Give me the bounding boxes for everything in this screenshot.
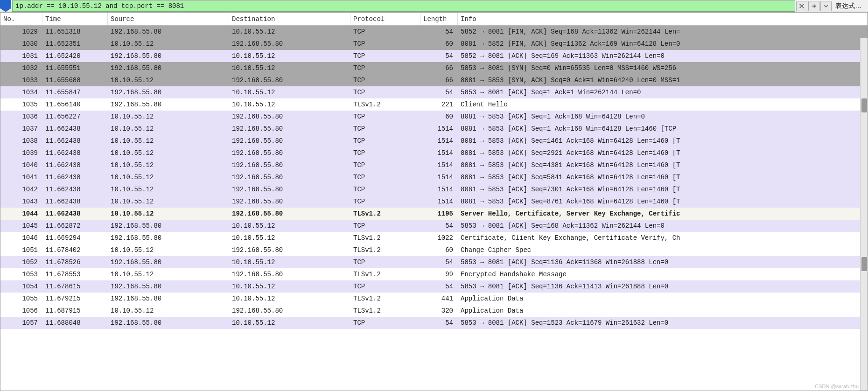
- cell-no: 1046: [0, 234, 42, 242]
- cell-no: 1039: [0, 149, 42, 157]
- packet-row[interactable]: 103311.65568810.10.55.12192.168.55.80TCP…: [0, 74, 868, 86]
- column-header-time[interactable]: Time: [42, 13, 108, 25]
- packet-row[interactable]: 104111.66243810.10.55.12192.168.55.80TCP…: [0, 171, 868, 183]
- packet-row[interactable]: 103111.652420192.168.55.8010.10.55.12TCP…: [0, 50, 868, 62]
- packet-row[interactable]: 105311.67855310.10.55.12192.168.55.80TLS…: [0, 268, 868, 280]
- cell-src: 192.168.55.80: [108, 28, 229, 35]
- column-header-no[interactable]: No.: [0, 13, 42, 25]
- cell-no: 1041: [0, 174, 42, 181]
- cell-time: 11.662872: [42, 222, 108, 230]
- cell-time: 11.678526: [42, 258, 108, 266]
- cell-dst: 10.10.55.12: [229, 101, 350, 108]
- cell-len: 99: [420, 271, 458, 278]
- cell-proto: TCP: [350, 125, 420, 133]
- cell-dst: 192.168.55.80: [229, 210, 350, 217]
- cell-proto: TLSv1.2: [350, 295, 420, 302]
- column-header-protocol[interactable]: Protocol: [350, 13, 420, 25]
- cell-info: 5853 → 8081 [ACK] Seq=1136 Ack=11368 Win…: [458, 258, 868, 266]
- column-header-source[interactable]: Source: [108, 13, 229, 25]
- cell-no: 1031: [0, 52, 42, 60]
- packet-row[interactable]: 103711.66243810.10.55.12192.168.55.80TCP…: [0, 123, 868, 135]
- cell-dst: 10.10.55.12: [229, 28, 350, 35]
- cell-len: 1514: [420, 161, 458, 169]
- cell-src: 10.10.55.12: [108, 271, 229, 278]
- column-header-destination[interactable]: Destination: [229, 13, 350, 25]
- cell-proto: TCP: [350, 77, 420, 84]
- cell-src: 10.10.55.12: [108, 137, 229, 145]
- packet-row[interactable]: 104211.66243810.10.55.12192.168.55.80TCP…: [0, 183, 868, 196]
- packet-row[interactable]: 105511.679215192.168.55.8010.10.55.12TLS…: [0, 293, 868, 305]
- cell-src: 192.168.55.80: [108, 283, 229, 290]
- packet-row[interactable]: 105111.67840210.10.55.12192.168.55.80TLS…: [0, 244, 868, 256]
- cell-dst: 10.10.55.12: [229, 283, 350, 290]
- cell-time: 11.662438: [42, 161, 108, 169]
- packet-row[interactable]: 105611.68791510.10.55.12192.168.55.80TLS…: [0, 305, 868, 317]
- cell-time: 11.662438: [42, 210, 108, 217]
- cell-no: 1037: [0, 125, 42, 133]
- clear-filter-button[interactable]: [796, 1, 807, 11]
- cell-no: 1051: [0, 246, 42, 254]
- expression-button[interactable]: 表达式…: [833, 2, 866, 10]
- packet-row[interactable]: 103611.65622710.10.55.12192.168.55.80TCP…: [0, 111, 868, 123]
- packet-row[interactable]: 103411.655847192.168.55.8010.10.55.12TCP…: [0, 86, 868, 98]
- filter-bookmark-icon[interactable]: [0, 0, 11, 12]
- packet-row[interactable]: 105411.678615192.168.55.8010.10.55.12TCP…: [0, 280, 868, 293]
- cell-info: 5853 → 8081 [ACK] Seq=1 Ack=1 Win=262144…: [458, 89, 868, 96]
- vertical-scrollbar[interactable]: [860, 38, 868, 391]
- cell-time: 11.655688: [42, 77, 108, 84]
- cell-dst: 10.10.55.12: [229, 234, 350, 242]
- cell-src: 10.10.55.12: [108, 210, 229, 217]
- cell-len: 54: [420, 222, 458, 230]
- cell-no: 1056: [0, 307, 42, 314]
- packet-row[interactable]: 104311.66243810.10.55.12192.168.55.80TCP…: [0, 196, 868, 208]
- close-icon: [798, 3, 805, 9]
- packet-row[interactable]: 102911.651318192.168.55.8010.10.55.12TCP…: [0, 26, 868, 38]
- cell-info: 8081 → 5853 [ACK] Seq=2921 Ack=168 Win=6…: [458, 149, 868, 157]
- packet-list-header[interactable]: No. Time Source Destination Protocol Len…: [0, 13, 868, 26]
- cell-proto: TCP: [350, 186, 420, 193]
- display-filter-input[interactable]: [12, 0, 795, 12]
- cell-dst: 192.168.55.80: [229, 40, 350, 48]
- packet-row[interactable]: 104011.66243810.10.55.12192.168.55.80TCP…: [0, 159, 868, 171]
- column-header-info[interactable]: Info: [458, 13, 868, 25]
- packet-row[interactable]: 103811.66243810.10.55.12192.168.55.80TCP…: [0, 135, 868, 147]
- cell-len: 60: [420, 40, 458, 48]
- cell-dst: 192.168.55.80: [229, 174, 350, 181]
- cell-time: 11.662438: [42, 186, 108, 193]
- cell-src: 192.168.55.80: [108, 319, 229, 327]
- packet-row[interactable]: 103911.66243810.10.55.12192.168.55.80TCP…: [0, 147, 868, 159]
- cell-len: 54: [420, 283, 458, 290]
- cell-proto: TCP: [350, 258, 420, 266]
- cell-info: 8081 → 5853 [ACK] Seq=5841 Ack=168 Win=6…: [458, 174, 868, 181]
- cell-src: 192.168.55.80: [108, 89, 229, 96]
- cell-no: 1036: [0, 113, 42, 120]
- packet-row[interactable]: 104411.66243810.10.55.12192.168.55.80TLS…: [0, 208, 868, 220]
- cell-proto: TCP: [350, 198, 420, 205]
- packet-row[interactable]: 103011.65235110.10.55.12192.168.55.80TCP…: [0, 38, 868, 50]
- cell-info: 8081 → 5853 [ACK] Seq=4381 Ack=168 Win=6…: [458, 161, 868, 169]
- cell-src: 192.168.55.80: [108, 295, 229, 302]
- chevron-down-icon: [823, 3, 829, 9]
- cell-proto: TLSv1.2: [350, 234, 420, 242]
- cell-info: 8081 → 5853 [ACK] Seq=1461 Ack=168 Win=6…: [458, 137, 868, 145]
- filter-history-dropdown[interactable]: [820, 1, 832, 11]
- scrollbar-thumb[interactable]: [861, 257, 867, 271]
- cell-no: 1040: [0, 161, 42, 169]
- cell-dst: 192.168.55.80: [229, 125, 350, 133]
- cell-info: 8081 → 5853 [ACK] Seq=7301 Ack=168 Win=6…: [458, 186, 868, 193]
- packet-row[interactable]: 103511.656140192.168.55.8010.10.55.12TLS…: [0, 98, 868, 111]
- cell-time: 11.652420: [42, 52, 108, 60]
- apply-filter-button[interactable]: [808, 1, 819, 11]
- packet-row[interactable]: 104511.662872192.168.55.8010.10.55.12TCP…: [0, 220, 868, 232]
- packet-row[interactable]: 103211.655551192.168.55.8010.10.55.12TCP…: [0, 62, 868, 74]
- cell-time: 11.662438: [42, 149, 108, 157]
- scrollbar-thumb[interactable]: [861, 98, 867, 112]
- packet-row[interactable]: 105211.678526192.168.55.8010.10.55.12TCP…: [0, 256, 868, 268]
- packet-row[interactable]: 105711.688048192.168.55.8010.10.55.12TCP…: [0, 317, 868, 329]
- cell-dst: 192.168.55.80: [229, 198, 350, 205]
- cell-info: 5853 → 8081 [ACK] Seq=1523 Ack=11679 Win…: [458, 319, 868, 327]
- cell-info: Client Hello: [458, 101, 868, 108]
- cell-info: 5852 → 8081 [ACK] Seq=169 Ack=11363 Win=…: [458, 52, 868, 60]
- column-header-length[interactable]: Length: [420, 13, 458, 25]
- packet-row[interactable]: 104611.669294192.168.55.8010.10.55.12TLS…: [0, 232, 868, 244]
